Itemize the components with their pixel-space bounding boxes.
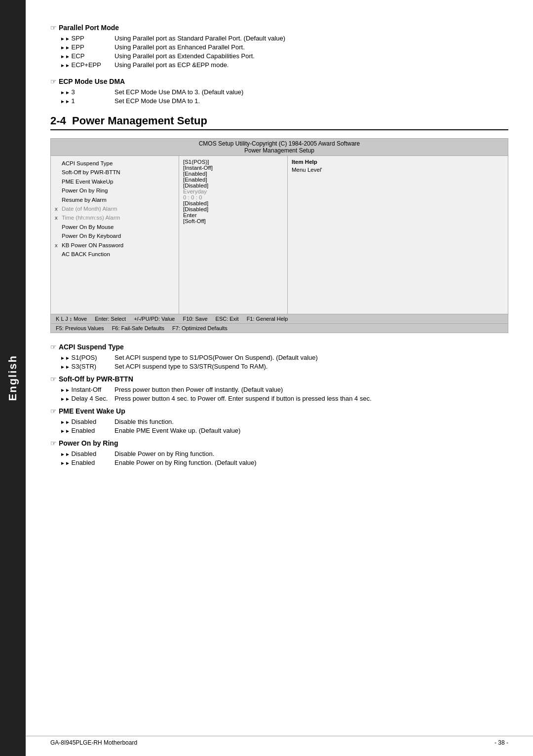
item-desc: Set ACPI suspend type to S3/STR(Suspend … [114,363,508,370]
cmos-row: xTime (hh:mm:ss) Alarm [55,213,175,222]
item-desc: Set ACPI suspend type to S1/POS(Power On… [114,354,508,361]
item-label: EPP [60,43,114,51]
item-help-desc: Menu Level' [292,167,504,173]
list-item: SPP Using Parallel port as Standard Para… [50,35,508,42]
cmos-header2: Power Management Setup [51,147,508,154]
cmos-footer-row1: K L J ↕ Move Enter: Select +/-/PU/PD: Va… [56,316,288,322]
footer-value: +/-/PU/PD: Value [134,316,175,322]
item-label: 3 [60,88,114,96]
pme-title: PME Event Wake Up [50,407,508,415]
item-label: SPP [60,35,114,42]
footer-move: K L J ↕ Move [56,316,87,322]
cmos-row: xDate (of Month) Alarm [55,204,175,213]
item-desc: Using Parallel port as Standard Parallel… [114,35,508,42]
cmos-row: Power On by Ring [55,186,175,195]
cmos-help-panel: Item Help Menu Level' [288,156,508,314]
item-desc: Disable Power on by Ring function. [114,450,508,457]
list-item: Disabled Disable Power on by Ring functi… [50,450,508,457]
power-ring-title: Power On by Ring [50,439,508,447]
cmos-row: ACPI Suspend Type [55,159,175,168]
parallel-port-items: SPP Using Parallel port as Standard Para… [50,35,508,69]
item-desc: Press power button then Power off instan… [114,386,508,393]
cmos-middle-panel: [S1(POS)] [Instant-Off] [Enabled] [Enabl… [179,156,288,314]
item-desc: Enable Power on by Ring function. (Defau… [114,459,508,466]
footer-prev: F5: Previous Values [56,325,104,331]
cmos-header: CMOS Setup Utility-Copyright (C) 1984-20… [51,139,508,156]
cmos-footer-row2: F5: Previous Values F6: Fail-Safe Defaul… [56,325,228,331]
cmos-row: Power On By Mouse [55,223,175,231]
item-desc: Set ECP Mode Use DMA to 3. (Default valu… [114,88,508,96]
cmos-value: [Disabled] [183,206,283,212]
list-item: Delay 4 Sec. Press power button 4 sec. t… [50,395,508,402]
item-label: Enabled [60,427,114,434]
cmos-value: Everyday [183,189,283,194]
item-label: 1 [60,97,114,105]
footer-help: F1: General Help [247,316,288,322]
list-item: ECP+EPP Using Parallel port as ECP &EPP … [50,61,508,69]
cmos-footer2: F5: Previous Values F6: Fail-Safe Defaul… [51,323,508,333]
footer-right: - 38 - [495,739,508,746]
footer-save: F10: Save [183,316,207,322]
item-label: S3(STR) [60,363,114,370]
parallel-port-title: Parallel Port Mode [50,24,508,32]
footer-esc: ESC: Exit [216,316,239,322]
cmos-row: PME Event WakeUp [55,177,175,186]
list-item: Disabled Disable this function. [50,418,508,425]
cmos-row: xKB Power ON Password [55,241,175,250]
cmos-value: [Enabled] [183,177,283,183]
cmos-value: 0 : 0 : 0 [183,194,283,200]
list-item: Enabled Enable Power on by Ring function… [50,459,508,466]
cmos-value: [Instant-Off] [183,165,283,171]
list-item: S1(POS) Set ACPI suspend type to S1/POS(… [50,354,508,361]
cmos-header1: CMOS Setup Utility-Copyright (C) 1984-20… [51,140,508,147]
list-item: S3(STR) Set ACPI suspend type to S3/STR(… [50,363,508,370]
ecp-items: 3 Set ECP Mode Use DMA to 3. (Default va… [50,88,508,105]
item-desc: Enable PME Event Wake up. (Default value… [114,427,508,434]
pme-items: Disabled Disable this function. Enabled … [50,418,508,434]
cmos-row: Resume by Alarm [55,195,175,204]
cmos-box: CMOS Setup Utility-Copyright (C) 1984-20… [50,138,508,333]
cmos-value: [S1(POS)] [183,159,283,165]
footer-failsafe: F6: Fail-Safe Defaults [112,325,164,331]
item-help-title: Item Help [292,159,504,165]
cmos-row: Soft-Off by PWR-BTTN [55,168,175,177]
list-item: Instant-Off Press power button then Powe… [50,386,508,393]
cmos-value: [Disabled] [183,200,283,206]
cmos-value: [Disabled] [183,183,283,189]
item-label: Disabled [60,418,114,425]
cmos-value: [Soft-Off] [183,218,283,224]
chapter-title: Power Management Setup [72,114,207,127]
cmos-row: AC BACK Function [55,250,175,259]
cmos-body: ACPI Suspend Type Soft-Off by PWR-BTTN P… [51,156,508,314]
footer-enter: Enter: Select [95,316,126,322]
item-desc: Using Parallel port as Enhanced Parallel… [114,43,508,51]
cmos-footer: K L J ↕ Move Enter: Select +/-/PU/PD: Va… [51,314,508,323]
cmos-row: Power On By Keyboard [55,231,175,240]
chapter-heading: 2-4 Power Management Setup [50,114,508,130]
footer-optimized: F7: Optimized Defaults [172,325,228,331]
item-desc: Using Parallel port as ECP &EPP mode. [114,61,508,69]
softoff-items: Instant-Off Press power button then Powe… [50,386,508,402]
sidebar-label: English [6,355,19,401]
item-label: ECP [60,52,114,60]
list-item: Enabled Enable PME Event Wake up. (Defau… [50,427,508,434]
page-footer: GA-8I945PLGE-RH Motherboard - 38 - [26,736,533,746]
softoff-title: Soft-Off by PWR-BTTN [50,375,508,383]
cmos-value: [Enabled] [183,171,283,177]
list-item: ECP Using Parallel port as Extended Capa… [50,52,508,60]
item-label: Instant-Off [60,386,114,393]
item-label: ECP+EPP [60,61,114,69]
item-label: S1(POS) [60,354,114,361]
cmos-value: Enter [183,212,283,218]
list-item: 1 Set ECP Mode Use DMA to 1. [50,97,508,105]
ecp-title: ECP Mode Use DMA [50,77,508,85]
power-ring-items: Disabled Disable Power on by Ring functi… [50,450,508,466]
sidebar: English [0,0,26,756]
list-item: 3 Set ECP Mode Use DMA to 3. (Default va… [50,88,508,96]
acpi-title: ACPI Suspend Type [50,343,508,351]
chapter-number: 2-4 [50,114,66,127]
main-content: Parallel Port Mode SPP Using Parallel po… [26,0,533,488]
list-item: EPP Using Parallel port as Enhanced Para… [50,43,508,51]
cmos-left-panel: ACPI Suspend Type Soft-Off by PWR-BTTN P… [51,156,179,314]
item-desc: Set ECP Mode Use DMA to 1. [114,97,508,105]
